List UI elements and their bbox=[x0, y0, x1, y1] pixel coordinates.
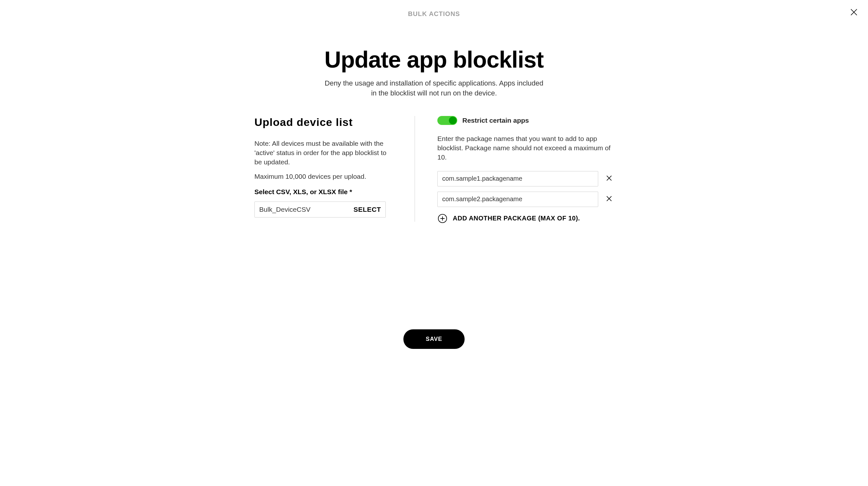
upload-max: Maximum 10,000 devices per upload. bbox=[254, 173, 389, 181]
select-file-button[interactable]: SELECT bbox=[353, 206, 381, 214]
content-area: Upload device list Note: All devices mus… bbox=[0, 116, 868, 224]
close-icon bbox=[606, 195, 613, 203]
header-label: BULK ACTIONS bbox=[0, 0, 868, 18]
toggle-knob bbox=[449, 117, 457, 124]
close-button[interactable] bbox=[849, 8, 859, 18]
file-input-wrapper: Bulk_DeviceCSV SELECT bbox=[254, 201, 386, 218]
close-icon bbox=[606, 174, 613, 183]
restrict-section: Restrict certain apps Enter the package … bbox=[415, 116, 614, 224]
upload-title: Upload device list bbox=[254, 116, 389, 128]
package-row-1 bbox=[437, 192, 614, 207]
restrict-toggle[interactable] bbox=[437, 116, 457, 125]
page-subtitle: Deny the usage and installation of speci… bbox=[322, 78, 546, 98]
remove-package-button-0[interactable] bbox=[604, 174, 614, 183]
package-row-0 bbox=[437, 171, 614, 187]
close-icon bbox=[849, 8, 858, 18]
save-button[interactable]: SAVE bbox=[403, 329, 465, 349]
package-input-1[interactable] bbox=[437, 192, 598, 207]
plus-circle-icon bbox=[437, 214, 447, 224]
toggle-row: Restrict certain apps bbox=[437, 116, 614, 125]
file-field-label: Select CSV, XLS, or XLSX file * bbox=[254, 188, 389, 196]
toggle-label: Restrict certain apps bbox=[462, 117, 529, 124]
add-package-button[interactable]: ADD ANOTHER PACKAGE (MAX OF 10). bbox=[437, 214, 614, 224]
file-name-text: Bulk_DeviceCSV bbox=[259, 206, 353, 214]
restrict-instruction: Enter the package names that you want to… bbox=[437, 134, 614, 162]
upload-section: Upload device list Note: All devices mus… bbox=[254, 116, 414, 224]
package-input-0[interactable] bbox=[437, 171, 598, 187]
add-package-label: ADD ANOTHER PACKAGE (MAX OF 10). bbox=[453, 215, 580, 222]
remove-package-button-1[interactable] bbox=[604, 195, 614, 204]
upload-note: Note: All devices must be available with… bbox=[254, 139, 389, 167]
page-title: Update app blocklist bbox=[0, 46, 868, 73]
